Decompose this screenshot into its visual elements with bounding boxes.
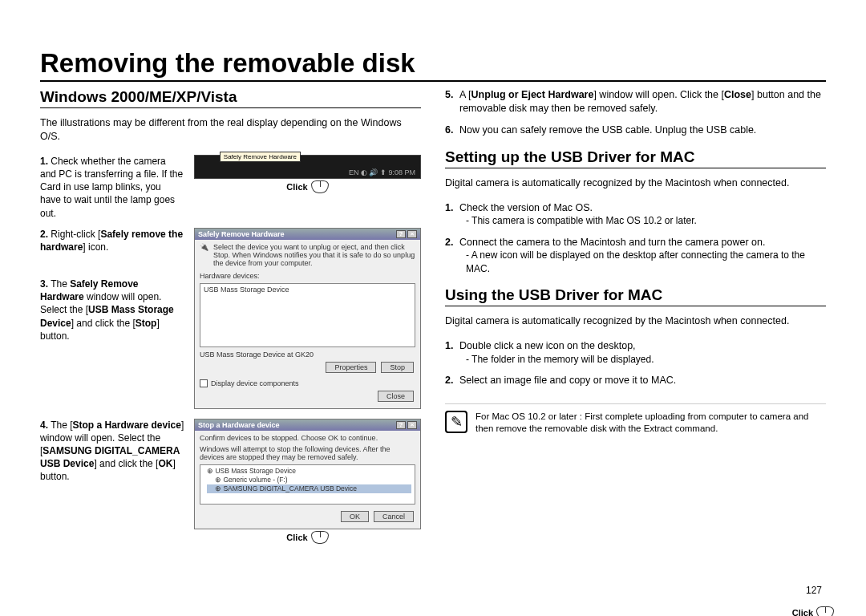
mac-use-step-1: 1. Double click a new icon on the deskto… — [445, 339, 826, 366]
step-num: 1. — [40, 156, 48, 167]
help-icon: ? — [396, 230, 406, 238]
tree-item-selected: ⊕ SAMSUNG DIGITAL_CAMERA USB Device — [207, 484, 411, 493]
windows-heading: Windows 2000/ME/XP/Vista — [40, 88, 421, 108]
mac-use-intro: Digital camera is automatically recogniz… — [445, 314, 826, 328]
checkbox-label: Display device components — [211, 379, 299, 387]
mac-use-heading: Using the USB Driver for MAC — [445, 286, 826, 306]
close-button: Close — [378, 391, 414, 402]
step-4: 4. The [Stop a Hardware device] window w… — [40, 419, 421, 544]
help-icon: ? — [396, 421, 406, 429]
tray-icons: EN ◐ 🔊 ⬆ 9:08 PM — [349, 168, 415, 176]
step-5: 5. A [Unplug or Eject Hardware] window w… — [445, 88, 826, 116]
ok-button: OK — [341, 511, 369, 522]
step-num: 3. — [40, 278, 48, 290]
note-box: ✎ For Mac OS 10.2 or later : First compl… — [445, 403, 826, 435]
click-label: Click — [194, 531, 421, 544]
list-item: USB Mass Storage Device — [204, 286, 411, 294]
tree-item: ⊕ USB Mass Storage Device — [207, 467, 411, 476]
mac-setup-heading: Setting up the USB Driver for MAC — [445, 148, 826, 168]
page-number: 127 — [806, 585, 822, 596]
tree-item: ⊕ Generic volume - (F:) — [207, 476, 411, 484]
cancel-button: Cancel — [374, 511, 414, 522]
safely-remove-dialog: Safely Remove Hardware ?× 🔌 Select the d… — [194, 228, 421, 409]
dialog-instr-1: Confirm devices to be stopped. Choose OK… — [200, 434, 415, 442]
note-icon: ✎ — [445, 411, 467, 433]
properties-button: Properties — [326, 362, 376, 373]
step-6: 6. Now you can safely remove the USB cab… — [445, 124, 826, 137]
close-icon: × — [407, 230, 417, 238]
dialog-footer-text: USB Mass Storage Device at GK20 — [200, 351, 415, 359]
device-tree: ⊕ USB Mass Storage Device ⊕ Generic volu… — [200, 464, 415, 505]
stop-hardware-dialog: Stop a Hardware device ?× Confirm device… — [194, 419, 421, 529]
mac-setup-step-1: 1. Check the version of Mac OS. - This c… — [445, 201, 826, 228]
mac-setup-step-2: 2. Connect the camera to the Macintosh a… — [445, 236, 826, 275]
dialog-instructions: Select the device you want to unplug or … — [213, 243, 415, 267]
dialog-title: Stop a Hardware device — [198, 421, 280, 429]
close-icon: × — [407, 421, 417, 429]
note-text: For Mac OS 10.2 or later : First complet… — [475, 411, 826, 435]
click-label: Click — [792, 606, 834, 616]
click-label: Click — [194, 180, 421, 193]
step-pre: The — [51, 278, 70, 290]
step-2: 2. Right-click [Safely remove the hardwa… — [40, 228, 421, 411]
page-title: Removing the removable disk — [40, 48, 826, 82]
step-1: 1. Check whether the camera and PC is tr… — [40, 155, 421, 220]
mac-use-step-2: 2. Select an image file and copy or move… — [445, 374, 826, 387]
two-column-layout: Windows 2000/ME/XP/Vista The illustratio… — [40, 88, 826, 552]
mac-setup-intro: Digital camera is automatically recogniz… — [445, 176, 826, 190]
dialog-label: Hardware devices: — [200, 272, 415, 280]
dialog-instr-2: Windows will attempt to stop the followi… — [200, 445, 415, 461]
windows-intro: The illustrations may be different from … — [40, 116, 421, 144]
checkbox-icon — [200, 379, 208, 387]
device-listbox: USB Mass Storage Device — [200, 283, 415, 347]
left-column: Windows 2000/ME/XP/Vista The illustratio… — [40, 88, 421, 552]
mouse-icon — [311, 180, 329, 193]
step-num: 4. — [40, 419, 48, 431]
mouse-icon — [816, 606, 834, 616]
taskbar-screenshot: Safely Remove Hardware EN ◐ 🔊 ⬆ 9:08 PM — [194, 155, 421, 179]
step-post: ] icon. — [83, 241, 108, 253]
stop-button: Stop — [381, 362, 414, 373]
right-column: 5. A [Unplug or Eject Hardware] window w… — [445, 88, 826, 552]
tooltip: Safely Remove Hardware — [220, 152, 301, 162]
dialog-title: Safely Remove Hardware — [198, 230, 285, 238]
usb-icon: 🔌 — [200, 243, 208, 267]
mouse-icon — [311, 531, 329, 544]
step-num: 2. — [40, 229, 48, 240]
step-text: Check whether the camera and PC is trans… — [40, 156, 183, 219]
step-pre: Right-click [ — [51, 229, 100, 240]
